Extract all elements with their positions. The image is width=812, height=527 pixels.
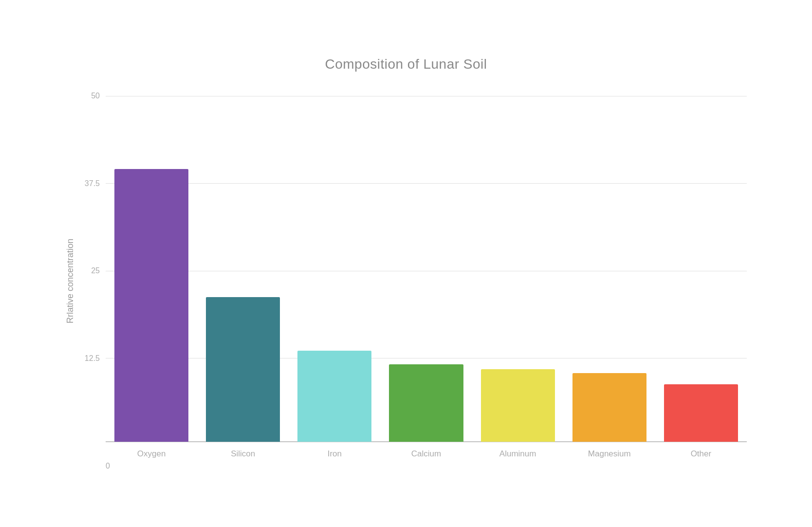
x-label-calcium: Calcium [380,442,472,459]
bottom-area: OxygenSiliconIronCalciumAluminumMagnesiu… [80,442,747,471]
bar-aluminum [481,369,555,442]
x-label-iron: Iron [289,442,380,459]
bar-group-other [655,92,747,442]
chart-area: Rrlative concentration 5037.52512.5 Oxyg… [65,92,747,471]
bar-group-silicon [197,92,289,442]
bar-other [664,384,738,442]
bar-silicon [206,297,280,442]
grid-line-label: 50 [80,92,100,100]
bar-group-magnesium [564,92,655,442]
bar-group-oxygen [106,92,197,442]
x-label-silicon: Silicon [197,442,289,459]
grid-line-label: 12.5 [80,354,100,363]
chart-title: Composition of Lunar Soil [325,56,487,72]
x-label-other: Other [655,442,747,459]
bar-group-iron [289,92,380,442]
grid-line-label: 25 [80,266,100,275]
bar-oxygen [114,169,188,442]
bar-group-calcium [380,92,472,442]
x-axis: OxygenSiliconIronCalciumAluminumMagnesiu… [106,442,747,459]
bar-iron [297,351,371,442]
bar-calcium [389,364,463,442]
chart-inner: 5037.52512.5 OxygenSiliconIronCalciumAlu… [80,92,747,471]
grid-line-label: 37.5 [80,179,100,188]
y-axis-label: Rrlative concentration [65,92,75,471]
x-label-aluminum: Aluminum [472,442,564,459]
zero-label: 0 [106,459,110,471]
x-label-oxygen: Oxygen [106,442,197,459]
x-label-magnesium: Magnesium [564,442,655,459]
chart-container: Composition of Lunar Soil Rrlative conce… [65,56,747,471]
plot-area: 5037.52512.5 [80,92,747,442]
bars-wrapper [106,92,747,442]
bar-group-aluminum [472,92,564,442]
bar-magnesium [572,373,646,442]
